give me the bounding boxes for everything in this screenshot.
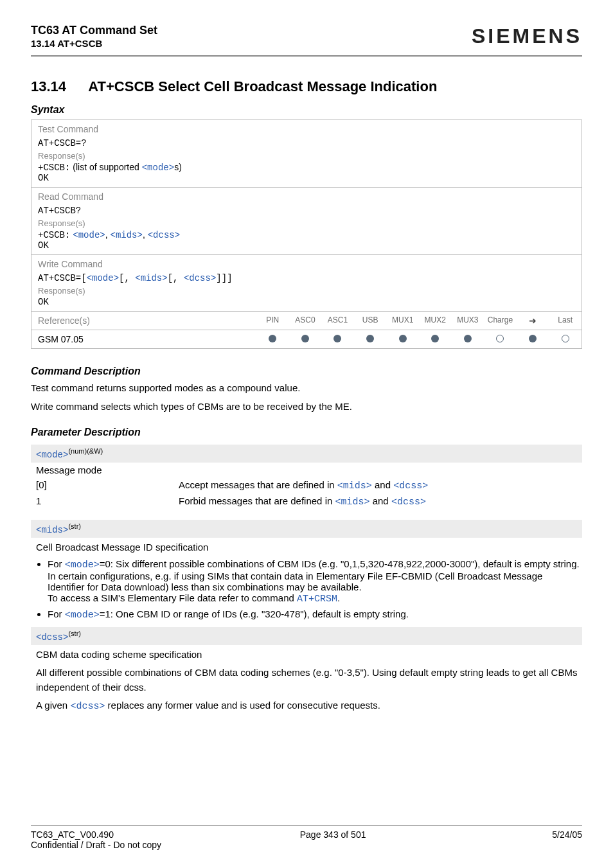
text: and <box>372 479 393 490</box>
read-response-label: Response(s) <box>38 218 575 228</box>
read-ok: OK <box>38 240 575 251</box>
test-command: AT+CSCB=? <box>38 138 575 148</box>
write-ok: OK <box>38 297 575 307</box>
footer-center: Page 343 of 501 <box>300 829 366 840</box>
col-asc1: ASC1 <box>321 315 354 326</box>
param-mids-name[interactable]: <mids> <box>36 525 68 535</box>
param-dcss-sup: (str) <box>68 630 81 637</box>
comma: , <box>105 229 111 240</box>
mode-desc-0: Accept messages that are defined in <mid… <box>179 479 582 492</box>
param-mode-link[interactable]: <mode> <box>142 163 174 173</box>
text: A given <box>36 700 70 711</box>
mode-val-1: 1 <box>31 495 179 508</box>
dot-filled-icon <box>431 335 439 342</box>
col-pin: PIN <box>256 315 289 326</box>
dot-filled-icon <box>269 335 276 342</box>
dot-filled-icon <box>464 335 472 342</box>
dot-filled-icon <box>301 335 309 342</box>
text: For <box>48 608 65 619</box>
text: In certain configurations, e.g. if using… <box>48 571 542 592</box>
col-charge: Charge <box>484 315 517 326</box>
col-mux2: MUX2 <box>419 315 452 326</box>
param-mode-bar: <mode>(num)(&W) <box>31 445 582 463</box>
reference-dots <box>256 332 582 347</box>
write-prefix: AT+CSCB=[ <box>38 273 87 283</box>
col-usb: USB <box>354 315 387 326</box>
param-dcss-title: CBM data coding scheme specification <box>31 648 582 662</box>
read-response: +CSCB: <mode>, <mids>, <dcss> <box>38 229 575 240</box>
write-response-label: Response(s) <box>38 286 575 296</box>
syntax-heading: Syntax <box>31 104 582 116</box>
param-dcss-link[interactable]: <dcss> <box>184 273 216 283</box>
footer-left: TC63_ATC_V00.490 <box>31 829 114 840</box>
mode-desc-1: Forbid messages that are defined in <mid… <box>179 495 582 508</box>
col-arrow: ➜ <box>517 315 549 326</box>
param-mode-title: Message mode <box>31 465 179 475</box>
section-number: 13.14 <box>31 78 85 95</box>
read-command-label: Read Command <box>38 191 575 202</box>
text: Accept messages that are defined in <box>179 479 337 490</box>
dot-open-icon <box>496 335 504 342</box>
list-item: For <mode>=0: Six different possible com… <box>48 558 582 605</box>
param-dcss-p1: All different possible combinations of C… <box>31 666 582 695</box>
page-footer: TC63_ATC_V00.490 Page 343 of 501 5/24/05… <box>31 820 582 850</box>
reference-label: Reference(s) <box>31 312 256 330</box>
param-mode-sup: (num)(&W) <box>68 447 103 455</box>
reference-col-headers: PIN ASC0 ASC1 USB MUX1 MUX2 MUX3 Charge … <box>256 315 582 326</box>
write-command: AT+CSCB=[<mode>[, <mids>[, <dcss>]]] <box>38 273 575 283</box>
cmd-desc-p1: Test command returns supported modes as … <box>31 381 582 396</box>
arrow-icon: ➜ <box>529 315 537 326</box>
bracket: [, <box>168 273 184 283</box>
section-heading: 13.14 AT+CSCB Select Cell Broadcast Mess… <box>31 78 582 95</box>
dot-filled-icon <box>529 335 537 342</box>
param-mids-sup: (str) <box>68 522 81 530</box>
dot-filled-icon <box>399 335 407 342</box>
param-mode-link[interactable]: <mode> <box>65 610 100 621</box>
resp-prefix: +CSCB: <box>38 163 70 173</box>
param-mids-link[interactable]: <mids> <box>337 481 372 492</box>
dot-filled-icon <box>333 335 341 342</box>
param-mids-link[interactable]: <mids> <box>335 497 369 508</box>
text: . <box>337 592 340 603</box>
bracket-end: ]]] <box>216 273 232 283</box>
param-mids-bullets: For <mode>=0: Six different possible com… <box>31 558 582 621</box>
text: =0: Six different possible combinations … <box>100 558 580 569</box>
param-mids-title: Cell Broadcast Message ID specification <box>31 540 582 555</box>
text: Forbid messages that are defined in <box>179 495 335 506</box>
param-mids-link[interactable]: <mids> <box>111 230 143 240</box>
col-mux3: MUX3 <box>452 315 484 326</box>
test-command-label: Test Command <box>38 124 575 134</box>
param-mode-table: Message mode [0] Accept messages that ar… <box>31 463 582 509</box>
footer-confidential: Confidential / Draft - Do not copy <box>31 840 582 850</box>
param-mode-link[interactable]: <mode> <box>65 560 100 571</box>
doc-subtitle: 13.14 AT+CSCB <box>31 38 157 49</box>
footer-rule <box>31 825 582 826</box>
footer-right: 5/24/05 <box>552 829 582 840</box>
mode-val-0: [0] <box>31 479 179 492</box>
test-response: +CSCB: (list of supported <mode>s) <box>38 162 575 173</box>
param-mids-link[interactable]: <mids> <box>135 273 167 283</box>
bracket: [, <box>119 273 135 283</box>
dot-open-icon <box>562 335 569 342</box>
dot-filled-icon <box>366 335 374 342</box>
param-mode-name[interactable]: <mode> <box>36 450 68 460</box>
read-command: AT+CSCB? <box>38 206 575 216</box>
col-mux1: MUX1 <box>386 315 419 326</box>
parameter-description-heading: Parameter Description <box>31 427 582 438</box>
param-dcss-link[interactable]: <dcss> <box>393 481 428 492</box>
param-mode-link[interactable]: <mode> <box>87 273 119 283</box>
param-dcss-name[interactable]: <dcss> <box>36 632 68 642</box>
param-mode-link[interactable]: <mode> <box>73 230 105 240</box>
cmd-desc-p2: Write command selects which types of CBM… <box>31 400 582 414</box>
text: replaces any former value and is used fo… <box>105 700 380 711</box>
page-header: TC63 AT Command Set 13.14 AT+CSCB SIEMEN… <box>31 23 582 49</box>
list-item: For <mode>=1: One CBM ID or range of IDs… <box>48 608 582 621</box>
param-dcss-link[interactable]: <dcss> <box>70 701 105 712</box>
at-crsm-link[interactable]: AT+CRSM <box>297 594 337 605</box>
text: and <box>370 495 391 506</box>
comma: , <box>143 229 148 240</box>
section-title: AT+CSCB Select Cell Broadcast Message In… <box>88 78 437 94</box>
resp-text-before: (list of supported <box>70 162 141 172</box>
param-dcss-link[interactable]: <dcss> <box>148 230 180 240</box>
param-dcss-link[interactable]: <dcss> <box>391 497 426 508</box>
